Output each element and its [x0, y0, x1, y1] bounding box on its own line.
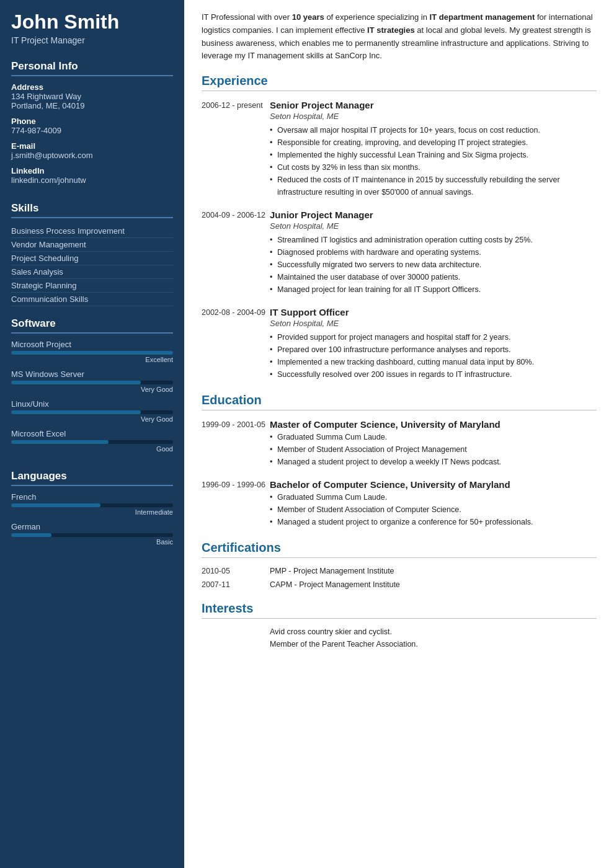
- experience-entry: 2004-09 - 2006-12Junior Project ManagerS…: [202, 210, 597, 296]
- entry-body: Junior Project ManagerSeton Hospital, ME…: [270, 210, 597, 296]
- edu-bullet-item: Member of Student Association of Compute…: [270, 503, 597, 516]
- entry-bullets: Provided support for project managers an…: [270, 331, 597, 381]
- entry-body: Senior Project ManagerSeton Hospital, ME…: [270, 100, 597, 198]
- edu-entry-bullets: Graduated Summa Cum Laude.Member of Stud…: [270, 491, 597, 528]
- edu-bullet-item: Managed a student project to develop a w…: [270, 456, 597, 468]
- edu-entry-body: Bachelor of Computer Science, University…: [270, 479, 597, 528]
- language-item: GermanBasic: [11, 522, 173, 546]
- bullet-item: Implemented the highly successful Lean T…: [270, 149, 597, 161]
- candidate-name: John Smith: [11, 11, 173, 33]
- software-item: Microsoft ProjectExcellent: [11, 340, 173, 363]
- software-name: MS Windows Server: [11, 370, 173, 379]
- personal-info-title: Personal Info: [11, 60, 173, 76]
- bar-label: Excellent: [11, 356, 173, 363]
- lang-bar-container: [11, 533, 173, 537]
- experience-section: Experience 2006-12 - presentSenior Proje…: [202, 74, 597, 381]
- email-value: j.smith@uptowork.com: [11, 151, 173, 160]
- email-label: E-mail: [11, 141, 173, 151]
- interests-title: Interests: [202, 601, 597, 619]
- address-item: Address 134 Rightward Way Portland, ME, …: [11, 82, 173, 110]
- skill-item: Sales Analysis: [11, 265, 173, 279]
- bar-filled: [11, 381, 141, 384]
- phone-label: Phone: [11, 117, 173, 126]
- education-section: Education 1999-09 - 2001-05Master of Com…: [202, 393, 597, 528]
- bullet-item: Prepared over 100 infrastructure perform…: [270, 343, 597, 356]
- skill-item: Strategic Planning: [11, 279, 173, 293]
- certifications-section: Certifications 2010-05PMP - Project Mana…: [202, 541, 597, 589]
- bullet-item: Successfully migrated two servers to new…: [270, 259, 597, 271]
- entry-company: Seton Hospital, ME: [270, 112, 597, 121]
- edu-bullet-item: Managed a student project to organize a …: [270, 516, 597, 528]
- bar-label: Very Good: [11, 386, 173, 393]
- entry-date: 2006-12 - present: [202, 100, 270, 198]
- bar-label: Very Good: [11, 415, 173, 423]
- languages-title: Languages: [11, 470, 173, 486]
- bar-container: [11, 440, 173, 444]
- bullet-item: Responsible for creating, improving, and…: [270, 136, 597, 149]
- lang-bar-label: Basic: [11, 538, 173, 546]
- education-title: Education: [202, 393, 597, 410]
- resume-container: John Smith IT Project Manager Personal I…: [0, 0, 614, 868]
- phone-item: Phone 774-987-4009: [11, 117, 173, 135]
- experience-title: Experience: [202, 74, 597, 91]
- edu-bullet-item: Graduated Summa Cum Laude.: [270, 491, 597, 503]
- skill-item: Communication Skills: [11, 293, 173, 306]
- cert-date: 2010-05: [202, 567, 270, 575]
- bullet-item: Diagnosed problems with hardware and ope…: [270, 246, 597, 259]
- personal-info-section: Personal Info Address 134 Rightward Way …: [0, 54, 184, 196]
- linkedin-item: LinkedIn linkedin.com/johnutw: [11, 166, 173, 185]
- software-name: Linux/Unix: [11, 399, 173, 409]
- software-item: Linux/UnixVery Good: [11, 399, 173, 423]
- lang-bar-container: [11, 503, 173, 507]
- edu-entry-title: Bachelor of Computer Science, University…: [270, 479, 597, 490]
- languages-list: FrenchIntermediateGermanBasic: [11, 492, 173, 546]
- entry-bullets: Oversaw all major hospital IT projects f…: [270, 124, 597, 198]
- email-item: E-mail j.smith@uptowork.com: [11, 141, 173, 160]
- skill-item: Project Scheduling: [11, 252, 173, 265]
- cert-date: 2007-11: [202, 580, 270, 589]
- entry-title: Junior Project Manager: [270, 210, 597, 220]
- edu-entry-date: 1996-09 - 1999-06: [202, 479, 270, 528]
- software-item: Microsoft ExcelGood: [11, 429, 173, 453]
- bar-filled: [11, 351, 173, 355]
- bar-label: Good: [11, 445, 173, 453]
- education-entries: 1999-09 - 2001-05Master of Computer Scie…: [202, 419, 597, 528]
- linkedin-label: LinkedIn: [11, 166, 173, 175]
- edu-entry-date: 1999-09 - 2001-05: [202, 419, 270, 468]
- entry-bullets: Streamlined IT logistics and administrat…: [270, 234, 597, 296]
- language-name: French: [11, 492, 173, 502]
- entry-company: Seton Hospital, ME: [270, 221, 597, 231]
- lang-bar-filled: [11, 503, 100, 507]
- bar-filled: [11, 410, 141, 414]
- bullet-item: Cut costs by 32% in less than six months…: [270, 161, 597, 174]
- education-entry: 1999-09 - 2001-05Master of Computer Scie…: [202, 419, 597, 468]
- summary-text: IT Professional with over 10 years of ex…: [202, 11, 597, 63]
- entry-date: 2004-09 - 2006-12: [202, 210, 270, 296]
- bullet-item: Provided support for project managers an…: [270, 331, 597, 343]
- skill-item: Vendor Management: [11, 238, 173, 252]
- certifications-title: Certifications: [202, 541, 597, 558]
- entry-body: IT Support OfficerSeton Hospital, MEProv…: [270, 307, 597, 381]
- bullet-item: Streamlined IT logistics and administrat…: [270, 234, 597, 246]
- software-list: Microsoft ProjectExcellentMS Windows Ser…: [11, 340, 173, 453]
- bullet-item: Reduced the costs of IT maintenance in 2…: [270, 174, 597, 198]
- interests-list: Avid cross country skier and cyclist.Mem…: [202, 627, 597, 649]
- cert-text: PMP - Project Management Institute: [270, 567, 394, 575]
- skill-item: Business Process Improvement: [11, 224, 173, 238]
- cert-entries: 2010-05PMP - Project Management Institut…: [202, 567, 597, 589]
- skills-title: Skills: [11, 202, 173, 218]
- languages-section: Languages FrenchIntermediateGermanBasic: [0, 464, 184, 557]
- skills-list: Business Process ImprovementVendor Manag…: [11, 224, 173, 306]
- software-name: Microsoft Excel: [11, 429, 173, 438]
- edu-entry-bullets: Graduated Summa Cum Laude.Member of Stud…: [270, 431, 597, 468]
- sidebar: John Smith IT Project Manager Personal I…: [0, 0, 184, 868]
- software-item: MS Windows ServerVery Good: [11, 370, 173, 393]
- experience-entries: 2006-12 - presentSenior Project ManagerS…: [202, 100, 597, 381]
- edu-entry-body: Master of Computer Science, University o…: [270, 419, 597, 468]
- linkedin-value: linkedin.com/johnutw: [11, 175, 173, 185]
- lang-bar-label: Intermediate: [11, 508, 173, 516]
- interest-item: Avid cross country skier and cyclist.: [202, 627, 597, 636]
- experience-entry: 2002-08 - 2004-09IT Support OfficerSeton…: [202, 307, 597, 381]
- cert-entry: 2010-05PMP - Project Management Institut…: [202, 567, 597, 575]
- entry-title: IT Support Officer: [270, 307, 597, 317]
